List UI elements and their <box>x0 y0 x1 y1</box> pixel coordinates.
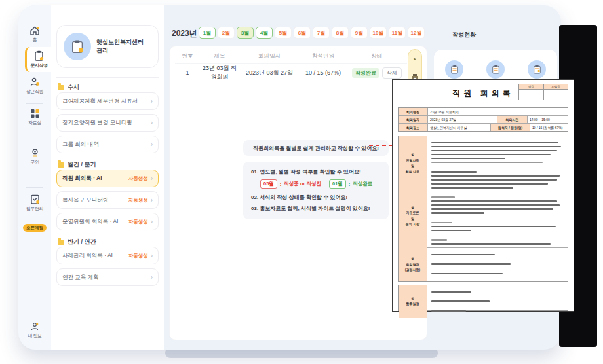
clipboard-icon <box>445 60 463 79</box>
redacted-text-block <box>427 285 568 318</box>
month-tab[interactable]: 6월 <box>294 27 311 39</box>
rail-label: 상근직원 <box>26 88 43 95</box>
table-row[interactable]: 1 23년 03월 직원회의 2023년 03월 27일 10 / 15 (67… <box>175 64 407 82</box>
chevron-right-icon: › <box>151 98 153 105</box>
clipboard-icon <box>34 50 44 61</box>
rail-label: 문서작성 <box>31 62 48 69</box>
document-sidebar: 햇살노인복지센터 관리 수시 급여제공계획 세부변경 사유서› 장기요양직원 변… <box>51 5 164 350</box>
month-tab[interactable]: 11월 <box>389 27 406 39</box>
month-tab[interactable]: 4월 <box>256 27 273 39</box>
chevron-right-icon: › <box>151 119 153 126</box>
table-header-row: 번호 제목 회의일자 참석인원 상태 <box>175 49 407 64</box>
sidebar-item-staff[interactable]: 상근직원 <box>18 77 51 95</box>
doc-info-table: 회의명칭 23년 03월 직원회의 회의일자 2023년 03월 27일 회의시… <box>398 107 568 132</box>
guide-steps: 01. 연도별, 월별 작성 여부를 확인할 수 있어요! 05월 : 작성중 … <box>243 162 389 219</box>
chevron-right-icon: › <box>151 196 153 204</box>
badge-person-icon <box>30 148 40 158</box>
rail-divider <box>26 103 43 104</box>
center-name: 햇살노인복지센터 관리 <box>96 38 144 54</box>
approval-col1: 담당 <box>519 84 543 90</box>
sidebar-item-benefit-plan[interactable]: 급여제공계획 세부변경 사유서› <box>56 92 159 110</box>
sidebar-item-my-info[interactable]: 내 정보 <box>18 322 51 339</box>
folder-icon <box>58 162 64 168</box>
sidebar-item-recruit[interactable]: 구인 <box>18 148 51 166</box>
folder-icon <box>58 85 64 90</box>
status-panel-title: 작성현황 <box>452 31 476 39</box>
section-header-occasional: 수시 <box>58 83 79 92</box>
status-legend: 05월 : 작성중 or 작성전 01월 : 작성완료 <box>260 179 381 189</box>
nav-rail: 홈 문서작성 상근직원 자료실 구인 업무편의 오픈예정 내 <box>18 5 51 350</box>
month-tab[interactable]: 3월 <box>237 27 254 39</box>
delete-button[interactable]: 삭제 <box>382 67 402 79</box>
sidebar-item-archive[interactable]: 자료실 <box>18 109 51 126</box>
month-chip-done: 01월 <box>329 179 346 189</box>
doc-section-3: ③ 회의결과 (결정사항) <box>399 248 568 281</box>
chevron-icon: ▸ <box>414 56 416 62</box>
sidebar-item-staff-minutes[interactable]: 직원 회의록 · AI자동생성› <box>56 170 159 187</box>
month-tab[interactable]: 2월 <box>218 27 235 39</box>
coming-soon-badge: 오픈예정 <box>23 224 47 232</box>
clipboard-icon <box>528 60 546 79</box>
auto-generate-badge: 자동생성 <box>128 253 148 259</box>
auto-generate-badge: 자동생성 <box>128 175 148 182</box>
sidebar-item-staff-change-monitoring[interactable]: 장기요양직원 변경 모니터링› <box>56 114 159 132</box>
guide-step-2: 02. 서식의 작성 상태를 확인할 수 있어요! <box>251 194 381 201</box>
redacted-text-block <box>427 248 568 281</box>
doc-section-2: ② 자유토론 및 논의 사항 <box>399 181 568 248</box>
month-tab[interactable]: 8월 <box>332 27 349 39</box>
auto-generate-badge: 자동생성 <box>128 219 148 225</box>
doc-section-1: ① 전달사항 및 회의 내용 <box>399 136 568 181</box>
status-badge: 작성완료 <box>352 68 379 78</box>
guide-step-1: 01. 연도별, 월별 작성 여부를 확인할 수 있어요! <box>251 168 381 175</box>
section-header-monthly: 월간 / 분기 <box>58 160 96 169</box>
month-tab[interactable]: 12월 <box>408 27 425 39</box>
month-tab[interactable]: 1월 <box>199 27 216 39</box>
sidebar-item-welfare-monitoring[interactable]: 복지욕구 모니터링자동생성› <box>56 191 159 209</box>
sidebar-item-work-tools[interactable]: 업무편의 <box>18 194 51 212</box>
sidebar-item-committee-minutes[interactable]: 운영위원회 회의록 · AI자동생성› <box>56 213 159 230</box>
center-clipboard-icon <box>64 33 91 60</box>
user-icon <box>30 322 39 331</box>
red-dashed-connector <box>369 145 393 146</box>
approval-col2: 시설장 <box>543 84 568 90</box>
rail-label: 업무편의 <box>26 206 43 212</box>
month-tab[interactable]: 10월 <box>370 27 387 39</box>
sidebar-item-case-minutes[interactable]: 사례관리 회의록 · AI자동생성› <box>56 247 159 264</box>
month-tab[interactable]: 5월 <box>275 27 292 39</box>
month-tab[interactable]: 7월 <box>313 27 330 39</box>
sidebar-item-group-meeting[interactable]: 그룹 회의 내역› <box>56 136 159 153</box>
rail-label: 내 정보 <box>28 333 42 339</box>
sidebar-item-doc-create[interactable]: 문서작성 <box>25 47 51 72</box>
center-info-card[interactable]: 햇살노인복지센터 관리 <box>56 25 159 68</box>
sidebar-divider <box>56 77 159 78</box>
approval-box: 담당 시설장 <box>518 84 568 100</box>
chevron-right-icon: › <box>151 218 153 225</box>
rail-divider <box>26 187 43 188</box>
section-header-yearly: 반기 / 연간 <box>58 238 96 246</box>
chevron-right-icon: › <box>151 274 153 281</box>
sidebar-item-annual-education[interactable]: 연간 교육 계획› <box>56 268 159 286</box>
rail-label: 자료실 <box>28 120 41 126</box>
rail-label: 홈 <box>33 37 37 43</box>
sidebar-item-home[interactable]: 홈 <box>18 26 51 43</box>
guide-step-3: 03. 홍보자료도 함께, 서식별 가이드 설명이 있어요! <box>251 205 381 212</box>
doc-sections-table: ① 전달사항 및 회의 내용 ② 자유토론 및 논의 사항 <box>398 136 568 282</box>
meeting-minutes-document[interactable]: 담당 시설장 직원 회의록 회의명칭 23년 03월 직원회의 회의일자 202… <box>392 79 574 312</box>
grid-icon <box>30 109 40 118</box>
legend-pending-text: 작성중 or 작성전 <box>284 181 321 187</box>
guide-callout: 직원회의록을 월별로 쉽게 관리하고 작성할 수 있어요! <box>243 140 389 156</box>
month-tab[interactable]: 9월 <box>351 27 368 39</box>
chevron-right-icon: › <box>151 175 153 182</box>
legend-done-text: 작성완료 <box>353 181 372 187</box>
month-tabs: 1월 2월 3월 4월 5월 6월 7월 8월 9월 10월 11월 12월 <box>199 27 425 39</box>
clipboard-icon <box>486 60 505 79</box>
chevron-right-icon: › <box>151 252 153 259</box>
folder-icon <box>58 240 64 245</box>
rail-label: 구인 <box>31 159 39 166</box>
chevron-right-icon: › <box>151 141 153 148</box>
redacted-text-block <box>427 181 568 250</box>
month-chip-pending: 05월 <box>260 179 277 189</box>
doc-schedule-table: ④ 향후일정 <box>398 285 568 311</box>
doc-section-4: ④ 향후일정 <box>399 285 568 310</box>
auto-generate-badge: 자동생성 <box>128 197 148 204</box>
